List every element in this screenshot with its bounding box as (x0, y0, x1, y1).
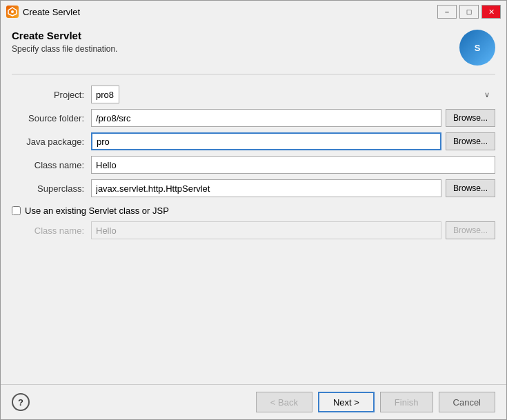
dialog-content: Create Servlet Specify class file destin… (1, 21, 506, 384)
window-controls: − □ ✕ (437, 5, 501, 19)
superclass-input-wrap: Browse... (91, 179, 495, 197)
source-folder-input-wrap: Browse... (91, 109, 495, 127)
close-button[interactable]: ✕ (481, 5, 501, 19)
existing-class-input-wrap: Browse... (91, 221, 495, 239)
project-select[interactable]: pro8 (91, 86, 119, 103)
help-button[interactable]: ? (12, 393, 30, 411)
existing-servlet-checkbox-row: Use an existing Servlet class or JSP (12, 206, 495, 216)
class-name-input-wrap (91, 156, 495, 174)
back-button[interactable]: < Back (256, 392, 312, 412)
title-bar: Create Servlet − □ ✕ (1, 1, 506, 21)
dialog-footer: ? < Back Next > Finish Cancel (1, 384, 506, 419)
java-package-browse-button[interactable]: Browse... (446, 132, 495, 150)
existing-class-row: Class name: Browse... (12, 221, 495, 239)
existing-servlet-checkbox[interactable] (12, 206, 21, 215)
java-package-label: Java package: (12, 137, 91, 147)
superclass-browse-button[interactable]: Browse... (446, 179, 495, 197)
header-text: Create Servlet Specify class file destin… (12, 30, 117, 54)
svg-point-1 (11, 10, 14, 13)
project-row: Project: pro8 (12, 86, 495, 103)
spacer (12, 245, 495, 376)
project-select-wrap: pro8 (91, 86, 495, 103)
dialog-logo: S (459, 30, 495, 66)
dialog-header: Create Servlet Specify class file destin… (12, 30, 495, 74)
window-title: Create Servlet (23, 7, 437, 17)
java-package-input-wrap: Browse... (91, 132, 495, 150)
class-name-label: Class name: (12, 160, 91, 170)
dialog-subtitle: Specify class file destination. (12, 44, 117, 54)
superclass-input[interactable] (91, 179, 441, 197)
superclass-row: Superclass: Browse... (12, 179, 495, 197)
superclass-label: Superclass: (12, 183, 91, 194)
source-folder-browse-button[interactable]: Browse... (446, 109, 495, 127)
existing-class-input (91, 221, 441, 239)
existing-class-browse-button: Browse... (446, 221, 495, 239)
class-name-input[interactable] (91, 156, 495, 174)
next-button[interactable]: Next > (318, 392, 375, 412)
source-folder-input[interactable] (91, 109, 441, 127)
project-label: Project: (12, 90, 91, 100)
minimize-button[interactable]: − (437, 5, 457, 19)
source-folder-row: Source folder: Browse... (12, 109, 495, 127)
java-package-input[interactable] (91, 132, 441, 150)
dialog-title: Create Servlet (12, 30, 117, 41)
app-icon (6, 6, 19, 18)
form-area: Project: pro8 Source folder: Browse... (12, 86, 495, 376)
existing-servlet-label: Use an existing Servlet class or JSP (25, 206, 169, 216)
existing-class-label: Class name: (12, 226, 91, 236)
create-servlet-window: Create Servlet − □ ✕ Create Servlet Spec… (0, 0, 507, 420)
class-name-row: Class name: (12, 156, 495, 174)
footer-left: ? (12, 393, 30, 411)
maximize-button[interactable]: □ (459, 5, 479, 19)
cancel-button[interactable]: Cancel (439, 392, 495, 412)
footer-buttons: < Back Next > Finish Cancel (256, 392, 495, 412)
source-folder-label: Source folder: (12, 113, 91, 123)
project-input-wrap: pro8 (91, 86, 495, 103)
finish-button[interactable]: Finish (380, 392, 433, 412)
java-package-row: Java package: Browse... (12, 132, 495, 150)
